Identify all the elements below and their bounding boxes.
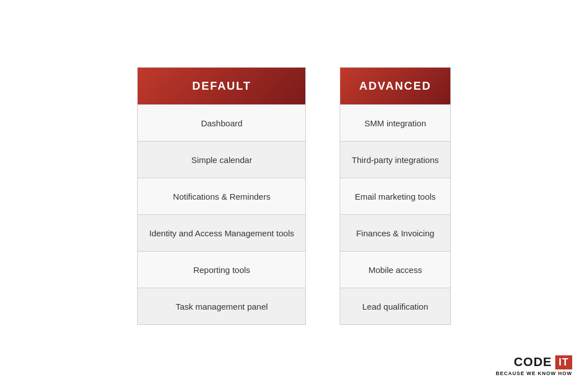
logo-tagline: BECAUSE WE KNOW HOW	[496, 371, 573, 376]
logo: CODE IT BECAUSE WE KNOW HOW	[496, 355, 573, 376]
tables-wrapper: DEFAULT Dashboard Simple calendar Notifi…	[137, 67, 450, 325]
default-table-body: Dashboard Simple calendar Notifications …	[138, 104, 305, 324]
advanced-header: ADVANCED	[340, 68, 450, 104]
advanced-table: ADVANCED SMM integration Third-party int…	[340, 67, 450, 325]
list-item: Finances & Invoicing	[340, 214, 450, 251]
default-header-label: DEFAULT	[192, 80, 252, 93]
advanced-table-body: SMM integration Third-party integrations…	[340, 104, 450, 324]
logo-code-text: CODE	[514, 355, 552, 369]
list-item: Lead qualification	[340, 288, 450, 324]
list-item: Third-party integrations	[340, 141, 450, 178]
logo-it-text: IT	[555, 355, 572, 369]
list-item: Email marketing tools	[340, 178, 450, 214]
list-item: Task management panel	[138, 288, 305, 324]
list-item: Simple calendar	[138, 141, 305, 178]
advanced-header-label: ADVANCED	[359, 80, 431, 93]
default-table: DEFAULT Dashboard Simple calendar Notifi…	[137, 67, 306, 325]
list-item: Reporting tools	[138, 251, 305, 288]
list-item: Mobile access	[340, 251, 450, 288]
list-item: Notifications & Reminders	[138, 178, 305, 214]
default-header: DEFAULT	[138, 68, 305, 104]
list-item: Identity and Access Management tools	[138, 214, 305, 251]
list-item: SMM integration	[340, 104, 450, 141]
list-item: Dashboard	[138, 104, 305, 141]
main-container: DEFAULT Dashboard Simple calendar Notifi…	[0, 0, 588, 392]
logo-top: CODE IT	[514, 355, 572, 369]
